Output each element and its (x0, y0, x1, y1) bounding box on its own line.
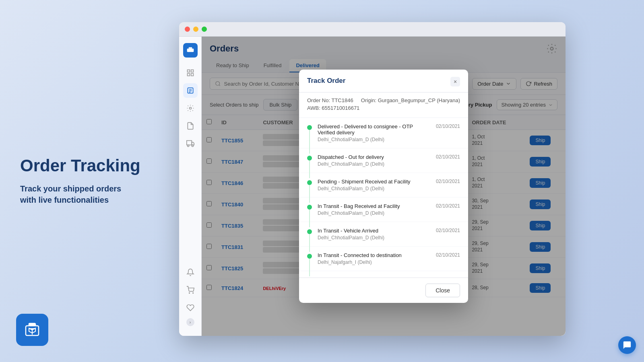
maximize-button[interactable] (202, 27, 207, 32)
track-dot (307, 229, 312, 234)
track-location: Delhi_ChhotialPalam_D (Delhi) (318, 137, 431, 142)
track-date: 02/10/2021 (436, 252, 460, 258)
modal-overlay: Track Order × Order No: TTC1846 AWB: 655… (202, 37, 566, 336)
sidebar-collapse-button[interactable]: › (186, 318, 194, 326)
track-location: Delhi_ChhotialPalam_D (Delhi) (318, 210, 431, 216)
sidebar-item-grid[interactable] (183, 66, 198, 80)
track-event-item: In Transit - Vehicle Arrived Delhi_Chhot… (299, 222, 468, 247)
track-location: Delhi_Najafgarh_I (Delhi) (318, 259, 431, 265)
track-event-item: In Transit - Added to Bag Delhi_Najafgar… (299, 271, 468, 278)
main-content: Orders Ready to Ship Fulfilled Delivered (202, 37, 566, 336)
modal-close-button[interactable]: × (450, 77, 460, 86)
track-status: Dispatched - Out for delivery (318, 154, 431, 160)
modal-footer: Close (299, 278, 468, 303)
track-event-item: Delivered - Delivered to consignee - OTP… (299, 118, 468, 148)
track-date: 02/10/2021 (436, 228, 460, 233)
minimize-button[interactable] (193, 27, 198, 32)
svg-rect-11 (186, 141, 192, 145)
modal-body: Delivered - Delivered to consignee - OTP… (299, 118, 468, 278)
close-button[interactable] (185, 27, 190, 32)
svg-point-13 (187, 145, 189, 146)
track-date: 02/10/2021 (436, 123, 460, 129)
track-event-item: Pending - Shipment Received at Facility … (299, 173, 468, 197)
sidebar-item-document[interactable] (183, 119, 198, 133)
svg-point-16 (192, 293, 193, 294)
sidebar-item-cart[interactable] (183, 283, 198, 297)
svg-rect-3 (191, 70, 193, 72)
track-order-modal: Track Order × Order No: TTC1846 AWB: 655… (299, 70, 468, 303)
track-content: Delivered - Delivered to consignee - OTP… (318, 123, 431, 142)
track-content: Pending - Shipment Received at Facility … (318, 179, 431, 191)
chat-bubble[interactable] (618, 336, 636, 354)
track-dot (307, 180, 312, 185)
svg-rect-5 (191, 74, 193, 76)
track-date: 02/10/2021 (436, 277, 460, 278)
track-location: Delhi_ChhotialPalam_D (Delhi) (318, 186, 431, 191)
awb-number: AWB: 6551710016671 (307, 105, 359, 111)
track-dot (307, 125, 312, 130)
track-status: In Transit - Vehicle Arrived (318, 228, 431, 234)
track-status: In Transit - Connected to destination (318, 252, 431, 258)
svg-point-15 (189, 293, 190, 294)
track-dot (307, 254, 312, 259)
track-status: Pending - Shipment Received at Facility (318, 179, 431, 185)
track-content: In Transit - Connected to destination De… (318, 252, 431, 265)
page-title: Order Tracking (20, 156, 157, 175)
track-status: In Transit - Bag Received at Facility (318, 203, 431, 209)
track-content: In Transit - Bag Received at Facility De… (318, 203, 431, 216)
sidebar-item-heart[interactable] (183, 300, 198, 315)
modal-close-footer-button[interactable]: Close (425, 284, 460, 297)
track-event-item: In Transit - Bag Received at Facility De… (299, 197, 468, 222)
page-subtitle: Track your shipped orderswith live funct… (20, 183, 157, 206)
track-content: In Transit - Vehicle Arrived Delhi_Chhot… (318, 228, 431, 241)
sidebar: › (179, 37, 202, 336)
sidebar-item-truck[interactable] (183, 136, 198, 151)
svg-point-14 (192, 145, 193, 146)
track-dot (307, 205, 312, 210)
track-content: Dispatched - Out for delivery Delhi_Chho… (318, 154, 431, 167)
track-event-item: In Transit - Connected to destination De… (299, 247, 468, 271)
app-icon (16, 314, 48, 346)
sidebar-item-notification[interactable] (183, 265, 198, 280)
svg-rect-2 (187, 70, 190, 72)
modal-title: Track Order (307, 77, 345, 85)
sidebar-item-settings[interactable] (183, 101, 198, 115)
track-dot (307, 156, 312, 160)
svg-rect-4 (187, 74, 190, 76)
left-panel: Order Tracking Track your shipped orders… (0, 0, 177, 362)
browser-titlebar (179, 22, 566, 37)
track-location: Delhi_ChhotialPalam_D (Delhi) (318, 161, 431, 167)
modal-info: Order No: TTC1846 AWB: 6551710016671 Ori… (299, 93, 468, 118)
track-status: In Transit - Added to Bag (318, 277, 431, 278)
modal-header: Track Order × (299, 70, 468, 93)
order-number: Order No: TTC1846 (307, 97, 359, 103)
track-date: 02/10/2021 (436, 203, 460, 209)
track-content: In Transit - Added to Bag Delhi_Najafgar… (318, 277, 431, 278)
track-date: 02/10/2021 (436, 179, 460, 184)
origin-info: Origin: Gurgaon_Begumpur_CP (Haryana) (361, 97, 460, 113)
track-event-item: Dispatched - Out for delivery Delhi_Chho… (299, 148, 468, 173)
track-status: Delivered - Delivered to consignee - OTP… (318, 123, 431, 136)
track-date: 02/10/2021 (436, 154, 460, 160)
sidebar-logo[interactable] (183, 43, 198, 58)
svg-marker-12 (192, 142, 194, 145)
track-location: Delhi_ChhotialPalam_D (Delhi) (318, 235, 431, 241)
browser-window: › Orders Ready to Ship Fulfilled Deliver… (179, 22, 566, 336)
svg-point-10 (189, 107, 191, 109)
sidebar-item-orders[interactable] (183, 83, 198, 98)
